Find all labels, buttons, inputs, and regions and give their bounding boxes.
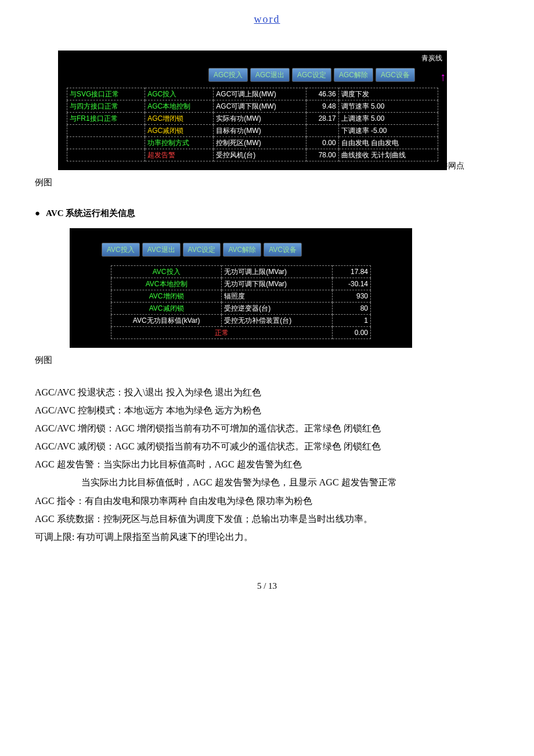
cell: 78.00 — [306, 149, 339, 161]
table-row: 与四方接口正常 AGC本地控制 AGC可调下限(MW) 9.48 调节速率 5.… — [67, 100, 438, 113]
cell: 正常 — [111, 327, 333, 339]
cell — [67, 149, 145, 161]
body-text: AGC/AVC 投退状态：投入\退出 投入为绿色 退出为红色 AGC/AVC 控… — [35, 384, 499, 545]
table-row: 正常 0.00 — [111, 327, 371, 339]
table-row: AVC增闭锁 辐照度 930 — [111, 290, 371, 303]
cell: AVC无功目标值(kVar) — [111, 315, 222, 327]
agc-tab[interactable]: AGC设定 — [292, 68, 331, 82]
avc-tabs: AVC投入 AVC退出 AVC设定 AVC解除 AVC设备 — [102, 243, 403, 257]
para: AGC 系统数据：控制死区与总目标值为调度下发值；总输出功率是当时出线功率。 — [35, 511, 499, 527]
cell: 控制死区(MW) — [214, 137, 306, 149]
table-row: 与SVG接口正常 AGC投入 AGC可调上限(MW) 46.36 调度下发 — [67, 88, 438, 100]
table-row: 超发告警 受控风机(台) 78.00 曲线接收 无计划曲线 — [67, 149, 438, 161]
agc-table: 与SVG接口正常 AGC投入 AGC可调上限(MW) 46.36 调度下发 与四… — [67, 88, 438, 161]
cell: 与FR1接口正常 — [67, 113, 145, 125]
agc-screenshot: 青炭线 ↑ AGC投入 AGC退出 AGC设定 AGC解除 AGC设备 与SVG… — [58, 51, 447, 170]
avc-caption: 例图 — [35, 354, 499, 367]
cell: 下调速率 -5.00 — [338, 125, 438, 137]
cell: 与四方接口正常 — [67, 100, 145, 113]
agc-tabs: AGC投入 AGC退出 AGC设定 AGC解除 AGC设备 — [67, 68, 415, 82]
arrow-up-icon: ↑ — [440, 68, 446, 85]
table-row: AVC投入 无功可调上限(MVar) 17.84 — [111, 266, 371, 278]
avc-table: AVC投入 无功可调上限(MVar) 17.84 AVC本地控制 无功可调下限(… — [111, 265, 371, 339]
cell: 自由发电 自由发电 — [338, 137, 438, 149]
para: AGC/AVC 控制模式：本地\远方 本地为绿色 远方为粉色 — [35, 402, 499, 418]
cell: 上调速率 5.00 — [338, 113, 438, 125]
cell: 目标有功(MW) — [214, 125, 306, 137]
cell: AGC可调上限(MW) — [214, 88, 306, 100]
avc-tab[interactable]: AVC投入 — [102, 243, 140, 257]
cell: 受控无功补偿装置(台) — [222, 315, 333, 327]
agc-tab[interactable]: AGC投入 — [208, 68, 248, 82]
cell: 80 — [333, 303, 371, 315]
cell: 46.36 — [306, 88, 339, 100]
grid-point-label: 并网点 — [440, 160, 464, 172]
cell: AVC减闭锁 — [111, 303, 222, 315]
cell: 功率控制方式 — [145, 137, 214, 149]
cell: 9.48 — [306, 100, 339, 113]
cell: 17.84 — [333, 266, 371, 278]
cell: AVC增闭锁 — [111, 290, 222, 303]
page-footer: 5 / 13 — [35, 579, 499, 593]
cell: 受控风机(台) — [214, 149, 306, 161]
cell: AGC本地控制 — [145, 100, 214, 113]
cell: 超发告警 — [145, 149, 214, 161]
avc-tab[interactable]: AVC退出 — [142, 243, 181, 257]
avc-tab[interactable]: AVC解除 — [223, 243, 261, 257]
agc-tab[interactable]: AGC解除 — [334, 68, 373, 82]
avc-tab[interactable]: AVC设定 — [183, 243, 221, 257]
cell: AVC投入 — [111, 266, 222, 278]
avc-tab[interactable]: AVC设备 — [264, 243, 302, 257]
cell: 曲线接收 无计划曲线 — [338, 149, 438, 161]
cell: 0.00 — [306, 137, 339, 149]
page-header-link: word — [35, 12, 499, 27]
cell — [306, 125, 339, 137]
cell: 930 — [333, 290, 371, 303]
cell: 受控逆变器(台) — [222, 303, 333, 315]
cell: AGC可调下限(MW) — [214, 100, 306, 113]
agc-tab[interactable]: AGC退出 — [250, 68, 290, 82]
table-row: AGC减闭锁 目标有功(MW) 下调速率 -5.00 — [67, 125, 438, 137]
para: 可调上限: 有功可调上限指至当前风速下的理论出力。 — [35, 529, 499, 545]
para: 当实际出力比目标值低时，AGC 超发告警为绿色，且显示 AGC 超发告警正常 — [35, 474, 499, 490]
top-line-label: 青炭线 — [421, 53, 442, 63]
cell: AGC投入 — [145, 88, 214, 100]
cell: 无功可调上限(MVar) — [222, 266, 333, 278]
para: AGC/AVC 增闭锁：AGC 增闭锁指当前有功不可增加的遥信状态。正常绿色 闭… — [35, 420, 499, 436]
table-row: AVC无功目标值(kVar) 受控无功补偿装置(台) 1 — [111, 315, 371, 327]
para: AGC/AVC 减闭锁：AGC 减闭锁指当前有功不可减少的遥信状态。正常绿色 闭… — [35, 438, 499, 454]
table-row: AVC本地控制 无功可调下限(MVar) -30.14 — [111, 278, 371, 290]
cell: 实际有功(MW) — [214, 113, 306, 125]
para: AGC/AVC 投退状态：投入\退出 投入为绿色 退出为红色 — [35, 384, 499, 400]
cell — [67, 125, 145, 137]
table-row: 与FR1接口正常 AGC增闭锁 实际有功(MW) 28.17 上调速率 5.00 — [67, 113, 438, 125]
para: AGC 指令：有自由发电和限功率两种 自由发电为绿色 限功率为粉色 — [35, 493, 499, 509]
agc-tab[interactable]: AGC设备 — [376, 68, 415, 82]
cell: 辐照度 — [222, 290, 333, 303]
cell: -30.14 — [333, 278, 371, 290]
cell: 调节速率 5.00 — [338, 100, 438, 113]
avc-section-title: AVC 系统运行相关信息 — [35, 207, 499, 220]
cell: AVC本地控制 — [111, 278, 222, 290]
cell: AGC减闭锁 — [145, 125, 214, 137]
table-row: 功率控制方式 控制死区(MW) 0.00 自由发电 自由发电 — [67, 137, 438, 149]
cell: 无功可调下限(MVar) — [222, 278, 333, 290]
cell: 1 — [333, 315, 371, 327]
cell: AGC增闭锁 — [145, 113, 214, 125]
cell: 0.00 — [333, 327, 371, 339]
cell — [67, 137, 145, 149]
cell: 28.17 — [306, 113, 339, 125]
cell: 与SVG接口正常 — [67, 88, 145, 100]
para: AGC 超发告警：当实际出力比目标值高时，AGC 超发告警为红色 — [35, 456, 499, 472]
agc-caption: 例图 — [35, 176, 499, 189]
cell: 调度下发 — [338, 88, 438, 100]
table-row: AVC减闭锁 受控逆变器(台) 80 — [111, 303, 371, 315]
avc-screenshot: AVC投入 AVC退出 AVC设定 AVC解除 AVC设备 AVC投入 无功可调… — [70, 228, 412, 348]
